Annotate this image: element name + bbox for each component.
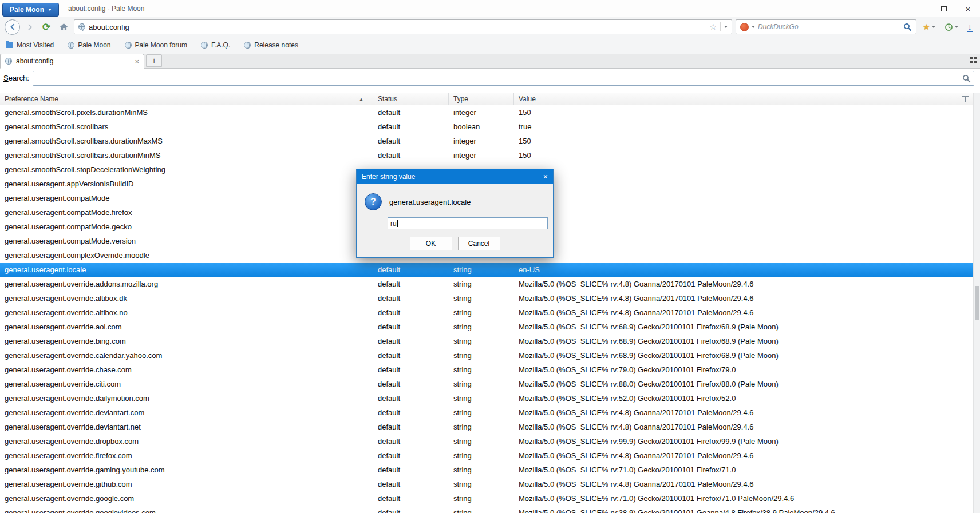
search-icon[interactable] bbox=[962, 74, 971, 83]
close-button[interactable]: × bbox=[956, 0, 980, 17]
bookmark-item[interactable]: Pale Moon bbox=[68, 41, 110, 49]
divider bbox=[720, 22, 721, 31]
pref-value-cell: Mozilla/5.0 (%OS_SLICE% rv:71.0) Gecko/2… bbox=[514, 466, 973, 474]
pref-value-cell: Mozilla/5.0 (%OS_SLICE% rv:4.8) Goanna/2… bbox=[514, 480, 973, 488]
bookmark-item[interactable]: Most Visited bbox=[6, 41, 54, 49]
table-row[interactable]: general.useragent.override.google.com de… bbox=[0, 491, 973, 506]
bookmark-item[interactable]: Release notes bbox=[244, 41, 298, 49]
maximize-button[interactable] bbox=[932, 0, 956, 17]
table-row[interactable]: general.useragent.override.addons.mozill… bbox=[0, 277, 973, 291]
pref-name-cell: general.useragent.override.google.com bbox=[0, 494, 373, 503]
search-icon[interactable] bbox=[903, 23, 912, 31]
pref-name-cell: general.useragent.compatMode.gecko bbox=[0, 222, 373, 231]
scrollbar-thumb[interactable] bbox=[975, 286, 979, 320]
pref-status-cell: default bbox=[373, 423, 449, 431]
duckduckgo-icon[interactable] bbox=[740, 23, 749, 31]
tab-label: about:config bbox=[16, 57, 131, 65]
vertical-scrollbar[interactable] bbox=[973, 93, 980, 513]
pref-value-cell: Mozilla/5.0 (%OS_SLICE% rv:52.0) Gecko/2… bbox=[514, 394, 973, 403]
table-row[interactable]: general.useragent.override.gaming.youtub… bbox=[0, 463, 973, 477]
pref-type-cell: string bbox=[449, 466, 514, 474]
downloads-button[interactable]: ↓ bbox=[965, 19, 976, 34]
table-row[interactable]: general.useragent.override.calendar.yaho… bbox=[0, 348, 973, 363]
table-row[interactable]: general.useragent.override.deviantart.co… bbox=[0, 405, 973, 420]
table-row[interactable]: general.useragent.override.citi.com defa… bbox=[0, 377, 973, 391]
web-search-box[interactable] bbox=[736, 19, 916, 34]
pref-value-cell: 150 bbox=[514, 108, 973, 117]
url-dropdown-icon[interactable] bbox=[724, 26, 728, 28]
table-row[interactable]: general.useragent.locale default string … bbox=[0, 263, 973, 277]
chevron-down-icon bbox=[955, 26, 958, 28]
table-row[interactable]: general.useragent.override.deviantart.ne… bbox=[0, 420, 973, 434]
tab-close-icon[interactable]: × bbox=[135, 58, 139, 65]
pref-name-cell: general.useragent.override.deviantart.ne… bbox=[0, 423, 373, 431]
reload-button[interactable]: ⟳ bbox=[39, 20, 53, 34]
table-row[interactable]: general.useragent.override.dailymotion.c… bbox=[0, 391, 973, 405]
string-value-input[interactable]: ru bbox=[388, 217, 548, 229]
table-row[interactable]: general.useragent.override.googlevideos.… bbox=[0, 506, 973, 513]
new-tab-button[interactable]: + bbox=[146, 54, 162, 67]
pref-type-cell: string bbox=[449, 337, 514, 345]
bookmark-item[interactable]: F.A.Q. bbox=[201, 41, 230, 49]
pref-value-cell: Mozilla/5.0 (%OS_SLICE% rv:4.8) Goanna/2… bbox=[514, 408, 973, 417]
pref-value-cell: Mozilla/5.0 (%OS_SLICE% rv:4.8) Goanna/2… bbox=[514, 423, 973, 431]
pref-value-cell: Mozilla/5.0 (%OS_SLICE% rv:79.0) Gecko/2… bbox=[514, 365, 973, 374]
tab-about-config[interactable]: about:config × bbox=[0, 54, 144, 69]
bookmark-star-icon[interactable]: ☆ bbox=[709, 23, 717, 31]
table-row[interactable]: general.useragent.override.aol.com defau… bbox=[0, 320, 973, 334]
pref-name-cell: general.useragent.override.altibox.dk bbox=[0, 294, 373, 303]
tab-groups-icon[interactable] bbox=[970, 57, 973, 59]
app-menu-button[interactable]: Pale Moon bbox=[2, 3, 59, 17]
preferences-search-input[interactable] bbox=[33, 71, 974, 86]
download-icon: ↓ bbox=[967, 22, 973, 32]
column-header-preference-name[interactable]: Preference Name ▲ bbox=[0, 93, 373, 105]
dialog-titlebar[interactable]: Enter string value × bbox=[357, 169, 553, 184]
column-header-type[interactable]: Type bbox=[449, 93, 514, 105]
column-picker-icon bbox=[962, 96, 969, 102]
dialog-close-icon[interactable]: × bbox=[543, 173, 548, 181]
pref-value-cell: Mozilla/5.0 (%OS_SLICE% rv:4.8) Goanna/2… bbox=[514, 451, 973, 460]
pref-status-cell: default bbox=[373, 308, 449, 317]
pref-value-cell: Mozilla/5.0 (%OS_SLICE% rv:68.9) Gecko/2… bbox=[514, 337, 973, 345]
ok-button[interactable]: OK bbox=[410, 237, 452, 250]
history-menu-button[interactable] bbox=[942, 19, 961, 34]
table-row[interactable]: general.useragent.override.altibox.dk de… bbox=[0, 291, 973, 305]
table-row[interactable]: general.useragent.override.altibox.no de… bbox=[0, 305, 973, 320]
history-clock-icon bbox=[945, 23, 953, 31]
search-label: Search: bbox=[3, 74, 29, 82]
pref-type-cell: integer bbox=[449, 137, 514, 145]
pref-value-cell: Mozilla/5.0 (%OS_SLICE% rv:4.8) Goanna/2… bbox=[514, 280, 973, 288]
column-header-value[interactable]: Value bbox=[514, 93, 957, 105]
dialog-title: Enter string value bbox=[362, 173, 415, 181]
forward-button[interactable] bbox=[23, 21, 36, 33]
bookmarks-menu-button[interactable]: ★ bbox=[920, 19, 938, 34]
table-row[interactable]: general.useragent.override.chase.com def… bbox=[0, 363, 973, 377]
table-row[interactable]: general.smoothScroll.pixels.durationMinM… bbox=[0, 105, 973, 120]
search-engine-dropdown-icon[interactable] bbox=[752, 26, 755, 28]
back-button[interactable] bbox=[5, 19, 20, 35]
tab-bar: about:config × + bbox=[0, 54, 980, 69]
table-row[interactable]: general.useragent.override.firefox.com d… bbox=[0, 448, 973, 463]
pref-type-cell: string bbox=[449, 265, 514, 274]
bookmark-item[interactable]: Pale Moon forum bbox=[125, 41, 187, 49]
globe-icon bbox=[244, 42, 251, 49]
column-picker-button[interactable] bbox=[957, 93, 973, 105]
url-bar[interactable]: ☆ bbox=[74, 19, 732, 34]
home-button[interactable] bbox=[57, 20, 70, 34]
pref-name-cell: general.useragent.override.googlevideos.… bbox=[0, 508, 373, 513]
cancel-button[interactable]: Cancel bbox=[458, 237, 500, 250]
table-row[interactable]: general.smoothScroll.scrollbars.duration… bbox=[0, 134, 973, 148]
minimize-button[interactable] bbox=[908, 0, 932, 17]
table-row[interactable]: general.useragent.override.bing.com defa… bbox=[0, 334, 973, 348]
url-input[interactable] bbox=[89, 23, 706, 31]
pref-value-cell: Mozilla/5.0 (%OS_SLICE% rv:4.8) Goanna/2… bbox=[514, 308, 973, 317]
table-row[interactable]: general.useragent.override.github.com de… bbox=[0, 477, 973, 491]
pref-value-cell: Mozilla/5.0 (%OS_SLICE% rv:68.9) Gecko/2… bbox=[514, 323, 973, 331]
web-search-input[interactable] bbox=[758, 23, 900, 31]
table-row[interactable]: general.smoothScroll.scrollbars default … bbox=[0, 120, 973, 134]
forward-arrow-icon bbox=[26, 23, 34, 31]
table-row[interactable]: general.useragent.override.dropbox.com d… bbox=[0, 434, 973, 448]
column-header-status[interactable]: Status bbox=[373, 93, 449, 105]
table-row[interactable]: general.smoothScroll.scrollbars.duration… bbox=[0, 148, 973, 162]
pref-status-cell: default bbox=[373, 280, 449, 288]
